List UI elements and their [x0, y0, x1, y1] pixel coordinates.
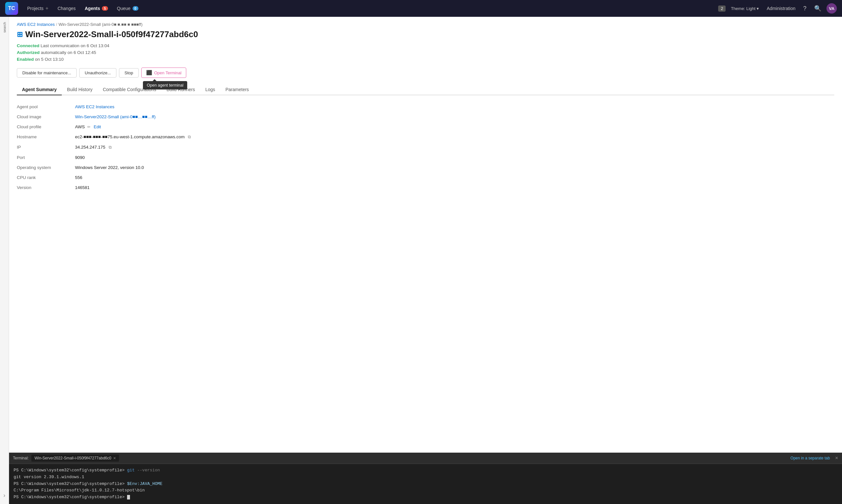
terminal-tab-close[interactable]: × [113, 455, 116, 461]
unauthorize-button[interactable]: Unauthorize... [79, 68, 116, 77]
terminal-tab[interactable]: Win-Server2022-Small-i-050f9f47277abd6c0… [31, 454, 119, 462]
tab-build-runners[interactable]: Build Runners [161, 84, 200, 95]
field-label-ip: IP [17, 142, 75, 152]
terminal-cursor [127, 495, 130, 500]
edit-profile-link[interactable]: Edit [94, 124, 101, 129]
page-title: ⊞ Win-Server2022-Small-i-050f9f47277abd6… [17, 30, 834, 39]
field-value-agent-pool: AWS EC2 Instances [75, 102, 834, 112]
field-value-cloud-profile: AWS ✏ Edit [75, 122, 834, 132]
open-terminal-button[interactable]: ⬛ Open Terminal [141, 68, 186, 78]
nav-queue[interactable]: Queue 0 [113, 4, 142, 13]
field-value-os: Windows Server 2022, version 10.0 [75, 162, 834, 173]
terminal-line-2: git version 2.39.1.windows.1 [14, 474, 838, 481]
nav-changes[interactable]: Changes [54, 4, 80, 13]
administration-link[interactable]: Administration [764, 4, 798, 12]
disable-maintenance-button[interactable]: Disable for maintenance... [17, 68, 76, 77]
status-enabled: Enabled on 5 Oct 13:10 [17, 57, 834, 62]
terminal-line-5: PS C:\Windows\system32\config\systemprof… [14, 494, 838, 501]
field-label-hostname: Hostname [17, 132, 75, 142]
terminal-label: Terminal: [13, 456, 29, 461]
tab-agent-summary[interactable]: Agent Summary [17, 84, 62, 95]
terminal-open-tab-button[interactable]: Open in a separate tab [791, 456, 830, 461]
terminal-line-3: PS C:\Windows\system32\config\systemprof… [14, 481, 838, 487]
terminal-panel: Terminal: Win-Server2022-Small-i-050f9f4… [9, 453, 842, 504]
field-value-cpu-rank: 556 [75, 173, 834, 182]
field-value-port: 9090 [75, 152, 834, 162]
breadcrumb: AWS EC2 Instances / Win-Server2022-Small… [17, 22, 834, 27]
terminal-icon: ⬛ [146, 70, 152, 76]
table-row: Agent pool AWS EC2 Instances [17, 102, 834, 112]
ip-copy-button[interactable]: ⧉ [109, 145, 111, 149]
terminal-line-4: C:\Program Files\Microsoft\jdk-11.0.12.7… [14, 487, 838, 494]
field-value-version: 146581 [75, 182, 834, 193]
terminal-body: PS C:\Windows\system32\config\systemprof… [9, 464, 842, 504]
sidebar-search-label[interactable]: search [1, 19, 8, 35]
terminal-panel-close-button[interactable]: × [835, 455, 838, 461]
field-label-cloud-image: Cloud image [17, 112, 75, 122]
windows-icon: ⊞ [17, 30, 23, 39]
table-row: CPU rank 556 [17, 173, 834, 182]
breadcrumb-parent[interactable]: AWS EC2 Instances [17, 22, 55, 27]
avatar[interactable]: VA [826, 3, 837, 14]
action-buttons: Disable for maintenance... Unauthorize..… [17, 68, 834, 78]
field-value-hostname: ec2-■■■-■■■-■■75.eu-west-1.compute.amazo… [75, 132, 834, 142]
field-value-ip: 34.254.247.175 ⧉ [75, 142, 834, 152]
chevron-down-icon: ▾ [757, 6, 759, 11]
hostname-copy-button[interactable]: ⧉ [188, 134, 191, 139]
agents-badge: 5 [102, 6, 108, 11]
tab-build-history[interactable]: Build History [62, 84, 98, 95]
nav-agents[interactable]: Agents 5 [81, 4, 112, 13]
table-row: Cloud profile AWS ✏ Edit [17, 122, 834, 132]
search-icon[interactable]: 🔍 [812, 3, 824, 13]
tabs-bar: Agent Summary Build History Compatible C… [17, 84, 834, 95]
table-row: Operating system Windows Server 2022, ve… [17, 162, 834, 173]
field-label-os: Operating system [17, 162, 75, 173]
table-row: Hostname ec2-■■■-■■■-■■75.eu-west-1.comp… [17, 132, 834, 142]
field-value-cloud-image: Win-Server2022-Small (ami-0■■…■■…ff) [75, 112, 834, 122]
breadcrumb-current: Win-Server2022-Small (ami-0■ ■.■■ ■ ■■■f… [58, 22, 142, 27]
table-row: Version 146581 [17, 182, 834, 193]
left-sidebar: search › [0, 17, 9, 504]
field-label-agent-pool: Agent pool [17, 102, 75, 112]
table-row: Cloud image Win-Server2022-Small (ami-0■… [17, 112, 834, 122]
field-label-version: Version [17, 182, 75, 193]
main-layout: AWS EC2 Instances / Win-Server2022-Small… [9, 17, 842, 504]
status-connected: Connected Last communication on 6 Oct 13… [17, 43, 834, 48]
tab-compatible-configurations[interactable]: Compatible Configurations [98, 84, 161, 95]
nav-projects[interactable]: Projects + [23, 3, 52, 13]
queue-badge: 0 [133, 6, 138, 11]
table-row: Port 9090 [17, 152, 834, 162]
field-label-cpu-rank: CPU rank [17, 173, 75, 182]
content-area: AWS EC2 Instances / Win-Server2022-Small… [9, 17, 842, 504]
notifications-badge[interactable]: 2 [718, 5, 726, 12]
theme-toggle[interactable]: Theme: Light ▾ [728, 5, 761, 12]
field-label-cloud-profile: Cloud profile [17, 122, 75, 132]
help-icon[interactable]: ? [801, 4, 809, 13]
agent-pool-link[interactable]: AWS EC2 Instances [75, 104, 115, 109]
table-row: IP 34.254.247.175 ⧉ [17, 142, 834, 152]
logo[interactable]: TC [5, 2, 18, 15]
cloud-image-link[interactable]: Win-Server2022-Small (ami-0■■…■■…ff) [75, 114, 156, 119]
sidebar-expand-icon[interactable]: › [3, 492, 5, 499]
stop-button[interactable]: Stop [119, 68, 139, 77]
terminal-header: Terminal: Win-Server2022-Small-i-050f9f4… [9, 453, 842, 464]
field-label-port: Port [17, 152, 75, 162]
pencil-icon: ✏ [87, 125, 90, 129]
breadcrumb-separator: / [56, 22, 57, 27]
top-navigation: TC Projects + Changes Agents 5 Queue 0 2… [0, 0, 842, 17]
agent-info-table: Agent pool AWS EC2 Instances Cloud image… [17, 102, 834, 193]
status-authorized: Authorized automatically on 6 Oct 12:45 [17, 50, 834, 55]
tab-parameters[interactable]: Parameters [220, 84, 254, 95]
tab-logs[interactable]: Logs [200, 84, 220, 95]
terminal-line-1: PS C:\Windows\system32\config\systemprof… [14, 467, 838, 474]
